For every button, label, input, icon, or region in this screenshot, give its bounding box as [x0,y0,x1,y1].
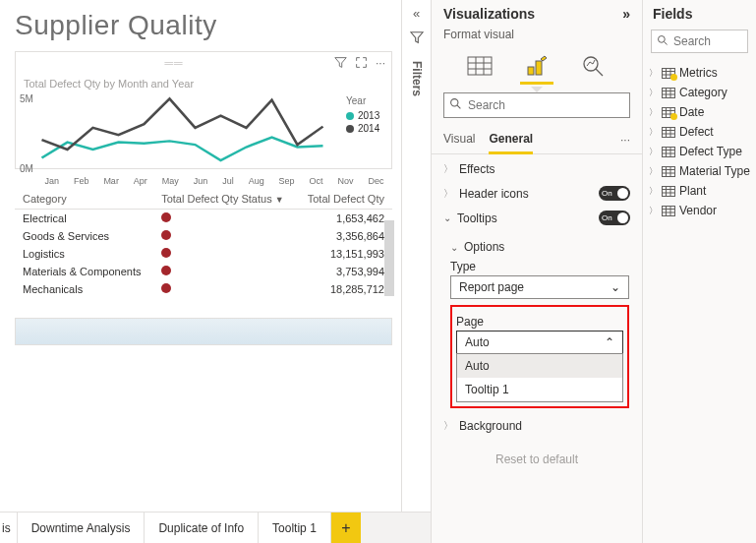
chevron-right-icon: 〉 [649,106,658,119]
table-row[interactable]: Mechanicals18,285,712 [15,280,392,298]
field-table-item[interactable]: 〉Vendor [643,201,756,220]
field-table-item[interactable]: 〉Material Type [643,161,756,181]
format-search-input[interactable] [443,92,630,118]
expand-filters-icon[interactable]: « [413,6,420,21]
dropdown-option-auto[interactable]: Auto [457,354,622,378]
chevron-right-icon: 〉 [443,187,453,201]
status-dot-icon [161,248,171,258]
col-header-qty[interactable]: Total Defect Qty [296,189,392,210]
field-table-item[interactable]: 〉Category [643,83,756,102]
table-row[interactable]: Logistics13,151,993 [15,245,392,263]
legend-marker-icon [346,125,354,133]
page-tab[interactable]: Tooltip 1 [259,513,331,543]
header-icons-card[interactable]: 〉 Header icons On [443,186,630,201]
search-icon [657,34,669,49]
legend-marker-icon [346,112,354,120]
filter-icon[interactable] [334,56,347,72]
dropdown-option-tooltip1[interactable]: Tooltip 1 [457,378,622,401]
tab-general[interactable]: General [489,126,533,153]
funnel-icon [410,30,424,47]
svg-rect-38 [663,166,675,176]
page-dropdown-list: Auto Tooltip 1 [456,353,623,402]
field-table-label: Vendor [679,204,717,217]
table-icon [662,127,675,138]
header-icons-toggle[interactable]: On [599,186,630,201]
svg-rect-13 [663,68,675,78]
chevron-down-icon: ⌄ [611,280,620,294]
panel-title: Fields [653,6,692,22]
status-dot-icon [161,212,171,222]
col-header-category[interactable]: Category [15,189,153,210]
page-dropdown[interactable]: Auto ⌃ [456,331,623,354]
analytics-icon[interactable] [579,53,609,79]
collapse-panel-icon[interactable]: » [622,6,630,22]
filters-pane-collapsed[interactable]: « Filters [401,0,431,512]
tooltips-toggle[interactable]: On [599,211,630,225]
table-row[interactable]: Materials & Components3,753,994 [15,263,392,280]
chart-legend: Year 2013 2014 [342,91,391,176]
chart-title: Total Defect Qty by Month and Year [16,76,391,91]
page-tabs-bar: is Downtime Analysis Duplicate of Info T… [0,512,433,543]
search-icon [449,97,462,113]
svg-rect-33 [663,147,675,156]
status-dot-icon [161,283,171,293]
more-options-icon[interactable]: ··· [376,56,385,72]
field-table-item[interactable]: 〉Date [643,102,756,122]
chevron-right-icon: 〉 [649,67,658,80]
page-tab[interactable]: is [0,513,18,543]
tab-more-icon[interactable]: ··· [620,127,630,152]
tab-visual[interactable]: Visual [443,126,475,153]
line-chart-visual[interactable]: ══ ··· Total Defect Qty by Month and Yea… [15,51,392,169]
chart-x-axis: JanFebMarAprMayJunJulAugSepOctNovDec [16,176,391,186]
svg-line-8 [596,69,603,76]
map-visual[interactable] [15,318,392,345]
tooltips-card[interactable]: ⌄ Tooltips On [443,211,630,225]
effects-card[interactable]: 〉 Effects [443,162,630,176]
table-icon [662,166,675,177]
svg-rect-48 [663,206,675,215]
table-row[interactable]: Goods & Services3,356,864 [15,227,392,245]
drag-handle-icon[interactable]: ══ [22,56,326,72]
svg-point-9 [451,99,458,106]
field-table-item[interactable]: 〉Plant [643,181,756,201]
focus-mode-icon[interactable] [355,56,368,72]
table-visual[interactable]: Category Total Defect Qty Status ▼ Total… [15,189,392,298]
table-row[interactable]: Electrical1,653,462 [15,210,392,228]
svg-rect-43 [663,186,675,196]
page-dropdown-highlight: Page Auto ⌃ Auto Tooltip 1 [450,305,629,408]
chevron-right-icon: 〉 [443,162,453,176]
options-section[interactable]: ⌄ Options [450,240,629,254]
svg-rect-28 [663,127,675,137]
format-visual-icon[interactable] [522,53,552,79]
reset-to-default-button[interactable]: Reset to default [443,452,630,466]
field-table-label: Plant [679,184,706,198]
table-icon [662,147,675,157]
type-label: Type [450,260,629,273]
field-table-item[interactable]: 〉Defect [643,122,756,142]
field-table-label: Date [679,105,704,119]
type-dropdown[interactable]: Report page ⌄ [450,275,629,299]
chevron-up-icon: ⌃ [605,335,614,349]
page-tab[interactable]: Duplicate of Info [145,513,259,543]
field-table-item[interactable]: 〉Defect Type [643,142,756,161]
field-table-label: Defect [679,125,714,139]
table-icon [662,88,675,98]
sort-desc-icon: ▼ [275,195,284,205]
table-icon [662,206,675,216]
page-tab[interactable]: Downtime Analysis [18,513,145,543]
field-table-item[interactable]: 〉Metrics [643,63,756,83]
chevron-right-icon: 〉 [649,185,658,198]
col-header-status[interactable]: Total Defect Qty Status ▼ [153,189,296,210]
table-icon [662,68,675,79]
build-visual-icon[interactable] [465,53,494,79]
svg-rect-18 [663,88,675,97]
field-table-label: Category [679,86,727,99]
svg-line-10 [457,105,460,108]
background-card[interactable]: 〉 Background [443,419,630,433]
add-page-button[interactable]: + [331,513,361,543]
chevron-down-icon: ⌄ [450,242,458,253]
scrollbar[interactable] [384,220,394,296]
page-label: Page [456,315,623,329]
chart-y-axis: 5M 0M [16,91,35,176]
report-title: Supplier Quality [15,10,392,41]
